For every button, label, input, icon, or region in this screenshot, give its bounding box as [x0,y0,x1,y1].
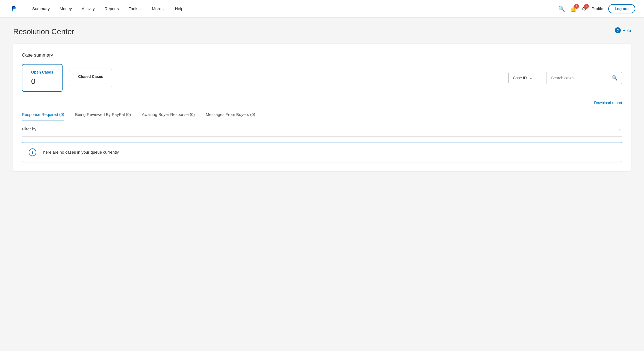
case-search-area: Case ID ⌄ 🔍 [508,72,622,84]
more-chevron-icon: ⌄ [163,7,165,10]
nav-reports[interactable]: Reports [100,0,124,17]
empty-state: i There are no cases in your queue curre… [22,142,622,162]
profile-label: Profile [592,6,603,11]
download-report-link[interactable]: Download report [594,101,622,105]
nav-help[interactable]: Help [170,0,188,17]
case-id-dropdown[interactable]: Case ID ⌄ [509,72,547,84]
tabs: Response Required (0) Being Reviewed By … [22,108,622,121]
nav-activity[interactable]: Activity [77,0,100,17]
search-combo: Case ID ⌄ 🔍 [508,72,622,84]
nav-tools[interactable]: Tools ⌄ [124,0,147,17]
closed-cases-box[interactable]: Closed Cases [69,69,112,87]
notifications-badge: 1 [574,4,579,9]
nav-more[interactable]: More ⌄ [147,0,170,17]
nav-summary[interactable]: Summary [27,0,55,17]
open-cases-count: 0 [31,77,53,86]
dropdown-chevron-icon: ⌄ [530,76,532,80]
empty-state-message: There are no cases in your queue current… [41,150,119,154]
search-icon: 🔍 [611,75,618,81]
logo[interactable] [9,4,19,14]
search-icon: 🔍 [558,5,565,12]
header-actions: 🔍 🔔 1 ⚙ 2 Profile Log out [558,4,635,13]
download-row: Download report [22,101,622,105]
settings-badge: 2 [584,4,589,9]
tab-being-reviewed[interactable]: Being Reviewed By PayPal (0) [75,108,131,121]
open-cases-label: Open Cases [31,70,53,74]
tab-messages-from-buyers[interactable]: Messages From Buyers (0) [206,108,255,121]
main-card: Case summary Open Cases 0 Closed Cases C… [13,44,631,171]
closed-cases-label: Closed Cases [78,74,103,79]
header: Summary Money Activity Reports Tools ⌄ M… [0,0,644,17]
section-title: Case summary [22,52,622,58]
filter-chevron-icon: ⌄ [619,126,622,131]
filter-label: Filter by: [22,127,38,131]
help-label: Help [622,28,631,33]
search-dropdown-label: Case ID [513,76,527,80]
tab-awaiting-buyer[interactable]: Awaiting Buyer Response (0) [142,108,195,121]
help-link[interactable]: ? Help [615,27,631,33]
tools-chevron-icon: ⌄ [140,7,142,10]
open-cases-box[interactable]: Open Cases 0 [22,64,63,92]
notifications-button[interactable]: 🔔 1 [570,5,577,12]
settings-button[interactable]: ⚙ 2 [582,5,587,12]
page-header: Resolution Center ? Help [13,27,631,36]
search-button[interactable]: 🔍 [607,72,622,84]
search-button[interactable]: 🔍 [558,5,565,12]
info-icon: i [29,148,36,156]
filter-row[interactable]: Filter by: ⌄ [22,121,622,137]
search-input[interactable] [547,72,607,84]
nav-money[interactable]: Money [55,0,77,17]
logout-button[interactable]: Log out [608,4,635,13]
tab-response-required[interactable]: Response Required (0) [22,108,64,121]
page-title: Resolution Center [13,27,74,36]
page-content: Resolution Center ? Help Case summary Op… [0,17,644,351]
help-circle-icon: ? [615,27,621,33]
profile-link[interactable]: Profile [592,6,603,11]
case-summary-row: Open Cases 0 Closed Cases Case ID ⌄ 🔍 [22,64,622,92]
main-nav: Summary Money Activity Reports Tools ⌄ M… [27,0,558,17]
